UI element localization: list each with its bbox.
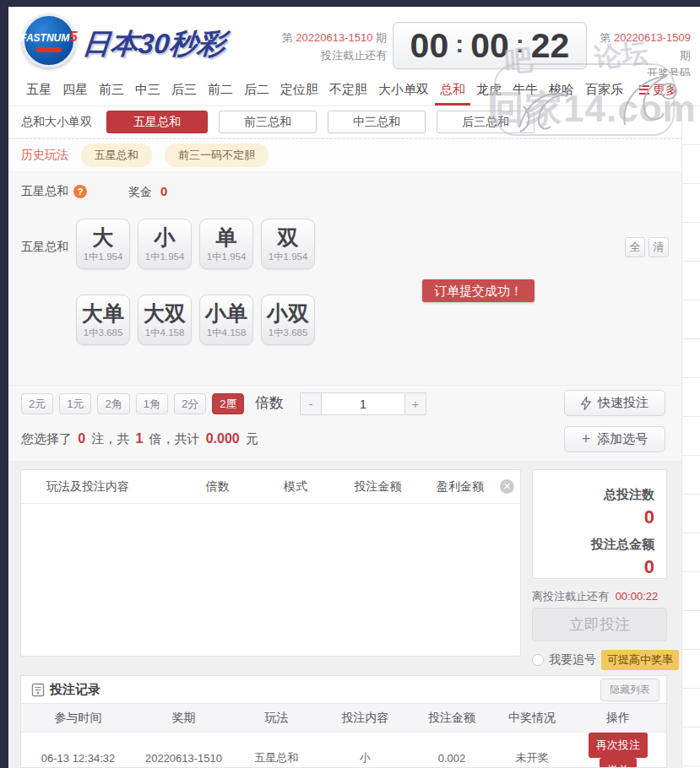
- unit-1jiao[interactable]: 1角: [136, 393, 168, 414]
- nav-item-more[interactable]: 更多: [634, 82, 683, 105]
- bet-option-big[interactable]: 大 1中1.954: [76, 219, 130, 269]
- multiplier-increase-button[interactable]: +: [404, 392, 426, 415]
- unit-1yuan[interactable]: 1元: [59, 393, 91, 414]
- bet-options-row-1: 大 1中1.954 小 1中1.954 单 1中1.954 双 1中1.954: [76, 219, 315, 269]
- selection-summary-text: 您选择了 0 注，共 1 倍，共计 0.000 元: [21, 431, 258, 447]
- nav-item-longhu[interactable]: 龙虎: [471, 82, 507, 105]
- col-actions: 操作: [570, 704, 666, 733]
- col-amount: 投注金额: [410, 704, 494, 733]
- quick-bet-label: 快速投注: [598, 395, 648, 411]
- bet-option-small[interactable]: 小 1中1.954: [138, 219, 192, 269]
- history-tag-1[interactable]: 五星总和: [81, 143, 152, 167]
- bonus-info: 奖金 0: [128, 184, 167, 200]
- bet-option-odds: 1中4.158: [145, 327, 185, 339]
- selection-text: 注，共: [91, 431, 129, 446]
- menu-list-icon: [639, 85, 649, 95]
- nav-item-partial[interactable]: 追: [696, 82, 700, 105]
- nav-item-wuxing[interactable]: 五星: [21, 82, 57, 105]
- selection-row: 您选择了 0 注，共 1 倍，共计 0.000 元 + 添加选号: [8, 420, 700, 461]
- bet-option-even[interactable]: 双 1中1.954: [261, 219, 315, 269]
- chase-radio[interactable]: [532, 654, 544, 666]
- nav-item-zhongsan[interactable]: 中三: [130, 82, 166, 105]
- subnav-group-label[interactable]: 总和大小单双: [21, 115, 92, 130]
- add-selection-label: 添加选号: [597, 431, 648, 447]
- selection-text: 您选择了: [21, 431, 72, 446]
- bet-option-odds: 1中1.954: [145, 251, 185, 263]
- col-participate-time: 参与时间: [21, 704, 135, 733]
- bet-option-big-odd[interactable]: 大单 1中3.685: [76, 295, 130, 345]
- col-profit-amount: 盈利金额: [422, 479, 498, 495]
- clear-list-icon[interactable]: [500, 479, 514, 494]
- record-play: 五星总和: [232, 733, 321, 768]
- subnav-tab-housan-zonghe[interactable]: 后三总和: [437, 111, 534, 133]
- bet-option-odd[interactable]: 单 1中1.954: [199, 219, 253, 269]
- header: FASTNUM5 日本30秒彩 第 20220613-1510 期 投注截止还有…: [8, 7, 700, 76]
- current-period-prefix: 第: [282, 31, 293, 44]
- submit-bet-button[interactable]: 立即投注: [532, 608, 667, 641]
- nav-item-budingdan[interactable]: 不定胆: [324, 82, 372, 105]
- record-time: 06-13 12:34:32: [21, 733, 135, 768]
- lower-area: 玩法及投注内容 倍数 模式 投注金额 盈利金额 总投注数 0 投注总金额 0 离…: [8, 461, 700, 673]
- deadline-value: 00:00:22: [616, 590, 659, 603]
- subnav-tab-qiansan-zonghe[interactable]: 前三总和: [219, 111, 317, 133]
- multiplier-stepper: - +: [300, 392, 426, 415]
- selected-count: 0: [75, 431, 88, 446]
- deadline-label: 离投注截止还有: [532, 590, 609, 603]
- bet-option-odds: 1中1.954: [207, 251, 247, 263]
- nav-item-qiansan[interactable]: 前三: [94, 82, 129, 105]
- unit-2fen[interactable]: 2分: [174, 393, 206, 414]
- game-info-row: 五星总和 ?: [21, 184, 87, 199]
- rebet-button[interactable]: 再次投注: [589, 733, 648, 758]
- bet-option-small-odd[interactable]: 小单 1中4.158: [199, 295, 253, 345]
- clear-selection-button[interactable]: 清: [648, 237, 669, 257]
- history-tag-2[interactable]: 前三一码不定胆: [165, 143, 269, 167]
- cancel-order-button[interactable]: 撤单: [600, 758, 637, 768]
- sub-nav: 总和大小单双 五星总和 前三总和 中三总和 后三总和: [8, 106, 700, 138]
- nav-item-suoha[interactable]: 梭哈: [544, 82, 579, 105]
- bet-option-odds: 1中4.158: [207, 327, 247, 339]
- unit-2yuan[interactable]: 2元: [21, 393, 53, 414]
- bet-option-small-even[interactable]: 小双 1中3.685: [261, 295, 315, 345]
- select-all-button[interactable]: 全: [625, 237, 645, 257]
- unit-2jiao[interactable]: 2角: [97, 393, 129, 414]
- nav-item-daxiaodanshuang[interactable]: 大小单双: [373, 82, 434, 105]
- col-content: 投注内容: [321, 704, 410, 733]
- help-question-icon[interactable]: ?: [73, 185, 87, 198]
- nav-item-sixing[interactable]: 四星: [57, 82, 93, 105]
- multiplier-input[interactable]: [322, 392, 404, 415]
- record-status: 未开奖: [494, 733, 570, 768]
- bet-option-big-even[interactable]: 大双 1中4.158: [138, 295, 192, 345]
- record-content: 小: [321, 733, 410, 768]
- logo-brand-number: 5: [69, 29, 77, 45]
- subnav-tab-zhongsan-zonghe[interactable]: 中三总和: [328, 111, 426, 133]
- bet-option-name: 单: [216, 225, 237, 249]
- nav-item-housan[interactable]: 后三: [166, 82, 202, 105]
- unit-2li-active[interactable]: 2厘: [212, 393, 244, 414]
- brand-logo-icon: FASTNUM5: [22, 14, 76, 68]
- bet-list-header: 玩法及投注内容 倍数 模式 投注金额 盈利金额: [21, 470, 520, 504]
- nav-item-baijiale[interactable]: 百家乐: [580, 82, 628, 105]
- multiplier-label: 倍数: [255, 393, 284, 413]
- chase-label[interactable]: 我要追号: [549, 652, 596, 668]
- hide-list-button[interactable]: 隐藏列表: [600, 679, 659, 701]
- nav-item-houer[interactable]: 后二: [239, 82, 274, 105]
- nav-item-qianer[interactable]: 前二: [203, 82, 238, 105]
- current-period-number: 20220613-1510: [296, 31, 372, 44]
- nav-item-zonghe-active[interactable]: 总和: [435, 82, 470, 105]
- selection-text: 元: [246, 431, 258, 446]
- add-selection-button[interactable]: + 添加选号: [564, 426, 665, 452]
- bet-options-row-2: 大单 1中3.685 大双 1中4.158 小单 1中4.158 小双 1中3.…: [76, 295, 315, 345]
- bet-option-odds: 1中3.685: [84, 327, 123, 339]
- history-label: 历史玩法: [21, 148, 68, 163]
- records-panel: 投注记录 隐藏列表 参与时间 奖期 玩法 投注内容 投注金额 中奖情况 操作: [20, 675, 667, 768]
- records-header: 投注记录 隐藏列表: [21, 676, 666, 703]
- bet-option-name: 小: [155, 225, 176, 249]
- bonus-value: 0: [160, 184, 167, 198]
- nav-item-niuniu[interactable]: 牛牛: [507, 82, 543, 105]
- bet-option-name: 大: [93, 225, 114, 249]
- quick-bet-button[interactable]: 快速投注: [564, 390, 665, 416]
- logo-decorative-bar: [36, 47, 62, 52]
- subnav-tab-wuxing-zonghe[interactable]: 五星总和: [106, 111, 208, 133]
- multiplier-decrease-button[interactable]: -: [300, 392, 322, 415]
- nav-item-dingweidan[interactable]: 定位胆: [275, 82, 323, 105]
